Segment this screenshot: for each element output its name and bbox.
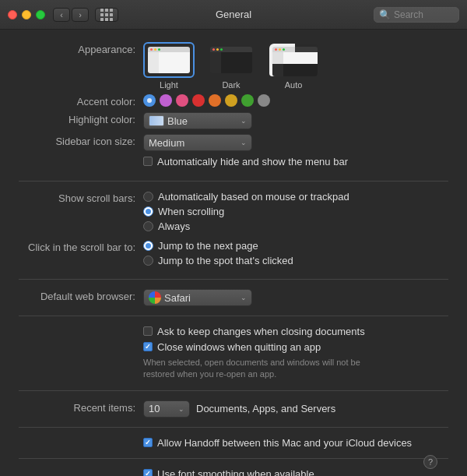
scroll-bars-options: Automatically based on mouse or trackpad… xyxy=(143,191,448,235)
auto-titlebar xyxy=(272,47,318,52)
ask-keep-checkbox[interactable] xyxy=(143,326,153,336)
font-smoothing-checkbox[interactable] xyxy=(143,469,153,476)
accent-green[interactable] xyxy=(241,94,254,107)
scroll-scrolling-radio[interactable] xyxy=(143,206,153,217)
scroll-auto-label: Automatically based on mouse or trackpad xyxy=(158,191,349,203)
handoff-checkbox[interactable] xyxy=(143,438,153,447)
default-browser-dropdown[interactable]: Safari ⌄ xyxy=(143,289,252,306)
recent-items-row: Recent items: 10 ⌄ Documents, Apps, and … xyxy=(19,400,448,418)
accent-red[interactable] xyxy=(192,94,205,107)
menu-bar-checkbox[interactable] xyxy=(143,157,153,166)
mini-min xyxy=(279,48,281,51)
divider-6 xyxy=(19,458,448,459)
recent-items-suffix: Documents, Apps, and Servers xyxy=(196,403,335,414)
accent-graphite[interactable] xyxy=(258,94,270,107)
appearance-auto-label: Auto xyxy=(285,80,303,90)
apps-grid-icon xyxy=(100,9,113,21)
mini-max xyxy=(220,48,223,51)
menu-bar-label xyxy=(19,156,143,157)
sidebar-icon-size-dropdown[interactable]: Medium ⌄ xyxy=(143,134,252,151)
appearance-light-label: Light xyxy=(160,80,178,90)
scroll-always-row: Always xyxy=(143,220,190,232)
accent-blue[interactable] xyxy=(143,94,156,107)
light-titlebar xyxy=(148,47,190,52)
menu-bar-option-label: Automatically hide and show the menu bar xyxy=(157,156,348,167)
scroll-auto-row: Automatically based on mouse or trackpad xyxy=(143,191,349,203)
safari-icon xyxy=(149,291,161,304)
highlight-color-row: Highlight color: Blue ⌄ xyxy=(19,112,448,129)
light-body xyxy=(148,52,190,73)
light-preview xyxy=(148,47,190,73)
auto-main xyxy=(283,52,318,76)
appearance-label: Appearance: xyxy=(19,42,143,55)
divider-3 xyxy=(19,316,448,316)
scroll-auto-radio[interactable] xyxy=(143,192,153,202)
menu-bar-row: Automatically hide and show the menu bar xyxy=(19,156,448,171)
search-icon: 🔍 xyxy=(379,9,391,20)
appearance-options: Light xyxy=(143,42,448,90)
mini-close xyxy=(150,48,153,51)
window-title: General xyxy=(216,9,251,20)
highlight-swatch xyxy=(149,115,164,126)
close-windows-checkbox[interactable] xyxy=(143,342,153,351)
click-scroll-label: Click in the scroll bar to: xyxy=(19,240,143,253)
sidebar-icon-size-value: Medium xyxy=(149,137,184,149)
minimize-button[interactable] xyxy=(22,10,31,19)
recent-items-label: Recent items: xyxy=(19,400,143,414)
dark-main xyxy=(221,52,252,73)
close-windows-note: When selected, open documents and window… xyxy=(143,357,392,381)
recent-items-stepper[interactable]: 10 ⌄ xyxy=(143,400,190,418)
light-main xyxy=(159,52,190,73)
accent-yellow[interactable] xyxy=(225,94,237,107)
highlight-dropdown-arrow: ⌄ xyxy=(241,117,247,125)
sidebar-icon-size-content: Medium ⌄ xyxy=(143,134,448,151)
mini-close xyxy=(275,48,277,51)
main-content: Appearance: xyxy=(0,30,467,476)
back-button[interactable]: ‹ xyxy=(53,8,70,22)
dark-sidebar xyxy=(210,52,221,73)
recent-items-arrow: ⌄ xyxy=(178,405,184,413)
forward-button[interactable]: › xyxy=(72,8,89,22)
sidebar-size-arrow: ⌄ xyxy=(241,139,247,146)
light-sidebar xyxy=(148,52,159,73)
accent-colors xyxy=(143,94,448,107)
accent-pink[interactable] xyxy=(176,94,188,107)
mini-max xyxy=(158,48,160,51)
divider-2 xyxy=(19,279,448,280)
appearance-dark[interactable]: Dark xyxy=(205,42,257,90)
font-smoothing-section: Use font smoothing when available ? xyxy=(19,468,448,476)
auto-preview-wrap xyxy=(269,44,319,78)
click-spot-label: Jump to the spot that's clicked xyxy=(158,255,293,266)
appearance-light[interactable]: Light xyxy=(143,42,195,90)
handoff-row: Allow Handoff between this Mac and your … xyxy=(143,437,448,449)
appearance-auto-thumb[interactable] xyxy=(268,42,319,78)
dark-preview xyxy=(210,47,252,73)
maximize-button[interactable] xyxy=(36,10,45,19)
dark-titlebar xyxy=(210,47,252,52)
close-button[interactable] xyxy=(8,10,17,19)
accent-color-options xyxy=(143,94,270,107)
appearance-dark-thumb[interactable] xyxy=(205,42,257,78)
help-button[interactable]: ? xyxy=(423,455,437,469)
scroll-always-radio[interactable] xyxy=(143,221,153,231)
highlight-color-dropdown[interactable]: Blue ⌄ xyxy=(143,112,252,129)
titlebar: ‹ › General 🔍 Search xyxy=(0,0,467,30)
accent-orange[interactable] xyxy=(209,94,221,107)
accent-purple[interactable] xyxy=(160,94,172,107)
click-next-page-radio[interactable] xyxy=(143,241,153,251)
close-windows-label: Close windows when quitting an app xyxy=(157,341,321,353)
search-placeholder: Search xyxy=(394,9,423,20)
search-box[interactable]: 🔍 Search xyxy=(374,7,459,23)
appearance-auto[interactable]: Auto xyxy=(268,42,319,90)
accent-color-row: Accent color: xyxy=(19,94,448,108)
ask-keep-section: Ask to keep changes when closing documen… xyxy=(143,326,448,353)
appearance-section: Appearance: xyxy=(19,42,448,90)
apps-button[interactable] xyxy=(95,8,118,22)
font-smoothing-row: Use font smoothing when available xyxy=(143,468,448,476)
ask-keep-label: Ask to keep changes when closing documen… xyxy=(157,326,365,337)
browser-dropdown-arrow: ⌄ xyxy=(241,294,247,301)
appearance-light-thumb[interactable] xyxy=(143,42,195,78)
default-browser-value: Safari xyxy=(164,292,191,304)
click-spot-radio[interactable] xyxy=(143,256,153,266)
default-browser-label: Default web browser: xyxy=(19,289,143,302)
